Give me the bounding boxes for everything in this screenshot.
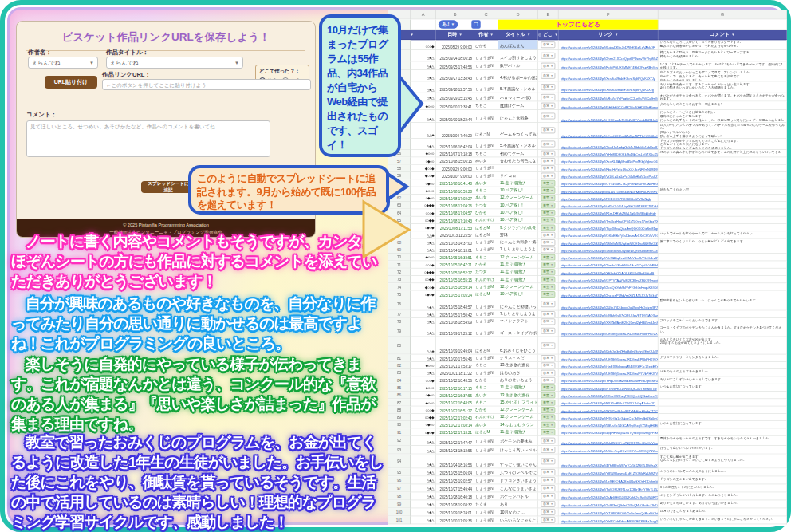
cell-author-symbols[interactable]: ○◆○◆ [411,428,436,435]
cell-date[interactable]: 2025/09/29 15:15:45 [436,93,474,102]
cell-comment[interactable]: はるのあさのようすをかきました。 [659,369,787,376]
cell-comment[interactable] [659,165,787,172]
cell-author-symbols[interactable]: ○◆◆◆ [411,202,436,209]
cell-link[interactable]: https://w.viscuit.com/v5/2/344/p2/XxsBu6… [559,81,659,93]
cell-author-symbols[interactable]: △♣△ [411,61,436,70]
cell-date[interactable]: 2025/10/14 18:13:01 [436,246,474,254]
cell-author-symbols[interactable]: ○◆○○ [411,195,436,202]
where-dropdown[interactable]: 教室▼ [541,202,555,208]
cell-link[interactable]: https://w.viscuit.com/v5/2/344/p2/YHrMBD… [559,150,659,157]
cell-comment[interactable] [659,202,787,209]
cell-author[interactable]: しょうまN [474,50,498,61]
cell-comment[interactable]: 絵をみてください!!!! [659,187,787,194]
cell-author[interactable]: あい女 [474,195,498,202]
cell-author-symbols[interactable]: △♣△ [411,476,436,484]
header-タイトル[interactable]: タイトル▼ [498,30,538,40]
cell-title[interactable]: 12.クレーンゲーム [498,406,538,413]
cell-author[interactable]: しょうまH [474,172,498,179]
cell-author[interactable]: しょうまN [474,139,498,150]
cell-link[interactable]: https://w.viscuit.com/v5/2/344/p2/2lm9aZ… [559,261,659,268]
cell-title[interactable]: 12.クレーンゲーム [498,283,538,290]
cell-link[interactable]: https://w.viscuit.com/v5/2/344/p2/H9LrGq… [559,414,659,421]
cell-link[interactable]: https://w.viscuit.com/v5/2/344/p2/YlrlPC… [559,516,659,524]
cell-author-symbols[interactable]: ○○○◆ [411,40,436,50]
cell-title[interactable]: 10.ペア探し! [498,290,538,298]
cell-author-symbols[interactable]: ◆○○○ [411,254,436,261]
cell-title[interactable]: 魔除けゲーム [498,101,538,110]
cell-title[interactable]: 13.生き物の進化 [498,362,538,369]
cell-author-symbols[interactable]: ○○○◆ [411,209,436,216]
cell-date[interactable]: 2025/10/08 17:04:26 [436,202,474,209]
cell-author-symbols[interactable]: △♣△ [411,298,436,311]
cell-author-symbols[interactable]: ○○◆◆ [411,276,436,283]
where-dropdown[interactable]: 教室▼ [541,414,555,420]
cell-link[interactable]: https://w.viscuit.com/v5/2/344/p2/GPYVYA… [559,276,659,283]
cell-comment[interactable]: ふつうのレベルでたたかえるようにしました。 [659,468,787,476]
cell-link[interactable]: https://w.viscuit.com/v5/2/344/p2/2hrm21… [559,50,659,61]
cell-author-symbols[interactable]: △♣△ [411,516,436,524]
where-dropdown[interactable]: 自宅▼ [541,127,555,133]
cell-comment[interactable] [659,195,787,202]
cell-title[interactable]: 13.生き物の進化 [498,392,538,399]
where-dropdown[interactable]: 教室▼ [541,392,555,398]
where-dropdown[interactable]: 教室▼ [541,180,555,187]
where-dropdown[interactable]: 自宅▼ [541,362,555,368]
where-dropdown[interactable]: 教室▼ [541,384,555,391]
cell-link[interactable]: https://w.viscuit.com/v5/2/344/p2/Vt10Lz… [559,172,659,179]
cell-date[interactable]: 2025/10/08 17:04:57 [436,209,474,216]
cell-author[interactable]: ちもこ [474,150,498,157]
cell-date[interactable]: 2025/10/08 15:06:15 [436,157,474,164]
where-dropdown[interactable]: 自宅▼ [541,485,555,491]
where-dropdown[interactable]: 自宅▼ [541,342,555,349]
cell-author-symbols[interactable]: △♣△ [411,508,436,516]
cell-author[interactable]: しょうまN [474,93,498,102]
where-dropdown[interactable]: 自宅▼ [541,62,555,69]
cell-link[interactable]: https://w.viscuit.com/v5/2/344/p2/cEnbfZ… [559,123,659,139]
cell-comment[interactable] [659,276,787,283]
cell-author[interactable]: しょうまN [474,484,498,492]
cell-link[interactable]: https://w.viscuit.com/v5/2/344/p2/2nchcn… [559,290,659,298]
header-コメント[interactable]: コメント▼ [659,30,787,40]
cell-link[interactable]: https://w.viscuit.com/v5/2/344/p2/rHDsOu… [559,202,659,209]
cell-author-symbols[interactable]: △♣△ [411,139,436,150]
cell-link[interactable]: https://w.viscuit.com/v5/2/344/p2/NEEOO5… [559,195,659,202]
cell-author[interactable]: しょうまN [474,436,498,446]
cell-author-symbols[interactable]: △♣△ [411,238,436,246]
cell-author-symbols[interactable]: △♣△ [411,246,436,254]
cell-link[interactable]: https://w.viscuit.com/v5/2/344/p2/2dd95G… [559,436,659,446]
cell-comment[interactable] [659,217,787,224]
column-letter-C[interactable]: C [474,10,498,19]
cell-comment[interactable]: ドラゴンの卵がトンネルをくぐるとこどもになります。 こどもがくぐると大人になりま… [659,139,787,150]
cell-author[interactable]: しょうまN [474,310,498,317]
cell-link[interactable]: https://w.viscuit.com/v5/2/344/p2/UE58t9… [559,325,659,337]
cell-link[interactable]: https://w.viscuit.com/v5/2/344/p2/N7hVeH… [559,384,659,392]
where-dropdown[interactable]: 教室▼ [541,291,555,298]
cell-link[interactable]: https://w.viscuit.com/v5/2/344/p2/U5kmYc… [559,446,659,455]
cell-date[interactable]: 2025/10/21 18:11:22 [436,369,474,376]
cell-date[interactable]: 2025/10/22 16:37:55 [436,392,474,399]
cell-author[interactable]: たくま [474,500,498,508]
where-dropdown[interactable]: 教室▼ [541,210,555,216]
cell-date[interactable]: 2025/10/22 16:17:15 [436,384,474,392]
cell-author-symbols[interactable]: ◆○○○ [411,362,436,369]
where-dropdown[interactable]: 自宅▼ [541,246,555,253]
cell-comment[interactable] [659,224,787,231]
where-dropdown[interactable]: 自宅▼ [541,328,555,334]
cell-link[interactable]: https://w.viscuit.com/v5/2/344/p2/YfrMAK… [559,254,659,261]
cell-author[interactable]: ひかる [474,261,498,268]
cell-date[interactable]: 2025/10/06 16:42:04 [436,139,474,150]
cell-comment[interactable]: オバケがカボチャを食べると、オバケが増えます。オバケが増えるとカボチャが食べられ… [659,93,787,102]
cell-link[interactable]: https://w.viscuit.com/v5/2/344/p2/9KMDmB… [559,406,659,413]
cell-title[interactable]: ありのせいちょう [498,376,538,384]
cell-author-symbols[interactable]: ○○◆◆ [411,217,436,224]
cell-comment[interactable] [659,172,787,179]
cell-author[interactable]: めい女 [474,157,498,164]
where-dropdown[interactable]: 教室▼ [541,217,555,223]
cell-date[interactable]: 2025/10/28 19:08:32 [436,500,474,508]
cell-author-symbols[interactable]: △△♣ [411,337,436,354]
cell-author-symbols[interactable]: △♣△ [411,310,436,317]
cell-comment[interactable]: ドラゴンの王さまが出てきます。 [659,476,787,484]
cell-date[interactable]: 2025/10/30 17:05:36 [436,516,474,524]
cell-title[interactable]: 6.おみくじをひこう [498,337,538,354]
cell-title[interactable]: サイコロ [498,172,538,179]
